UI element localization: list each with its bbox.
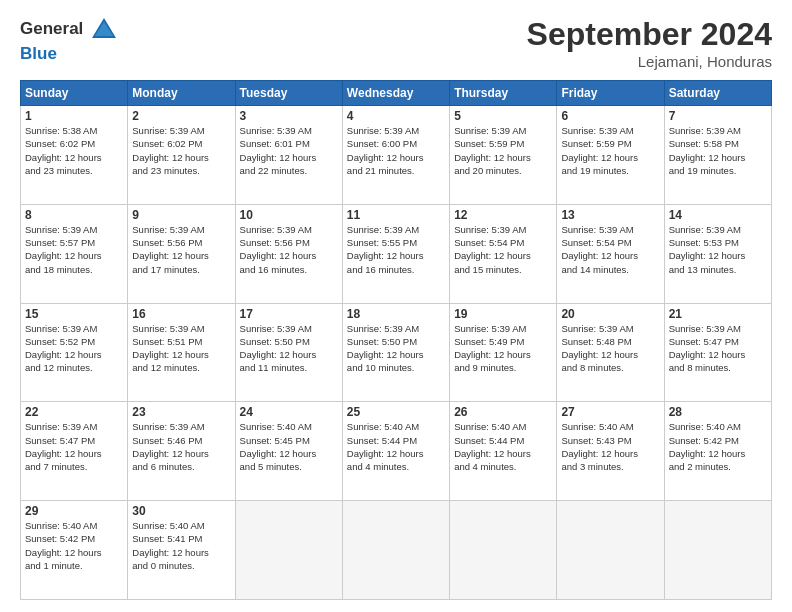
day-number: 19 — [454, 307, 552, 321]
day-number: 9 — [132, 208, 230, 222]
day-info: Sunrise: 5:39 AM Sunset: 5:56 PM Dayligh… — [240, 223, 338, 276]
day-info: Sunrise: 5:39 AM Sunset: 5:54 PM Dayligh… — [454, 223, 552, 276]
day-info: Sunrise: 5:39 AM Sunset: 5:49 PM Dayligh… — [454, 322, 552, 375]
table-row: 29Sunrise: 5:40 AM Sunset: 5:42 PM Dayli… — [21, 501, 128, 600]
day-number: 11 — [347, 208, 445, 222]
table-row: 8Sunrise: 5:39 AM Sunset: 5:57 PM Daylig… — [21, 204, 128, 303]
table-row — [342, 501, 449, 600]
table-row — [664, 501, 771, 600]
day-info: Sunrise: 5:39 AM Sunset: 5:59 PM Dayligh… — [561, 124, 659, 177]
day-number: 12 — [454, 208, 552, 222]
day-number: 29 — [25, 504, 123, 518]
table-row: 4Sunrise: 5:39 AM Sunset: 6:00 PM Daylig… — [342, 106, 449, 205]
day-info: Sunrise: 5:39 AM Sunset: 6:02 PM Dayligh… — [132, 124, 230, 177]
day-number: 28 — [669, 405, 767, 419]
table-row: 18Sunrise: 5:39 AM Sunset: 5:50 PM Dayli… — [342, 303, 449, 402]
day-number: 4 — [347, 109, 445, 123]
day-number: 15 — [25, 307, 123, 321]
day-info: Sunrise: 5:40 AM Sunset: 5:45 PM Dayligh… — [240, 420, 338, 473]
day-info: Sunrise: 5:39 AM Sunset: 5:47 PM Dayligh… — [25, 420, 123, 473]
day-number: 23 — [132, 405, 230, 419]
day-info: Sunrise: 5:39 AM Sunset: 5:56 PM Dayligh… — [132, 223, 230, 276]
col-monday: Monday — [128, 81, 235, 106]
table-row: 28Sunrise: 5:40 AM Sunset: 5:42 PM Dayli… — [664, 402, 771, 501]
col-sunday: Sunday — [21, 81, 128, 106]
table-row: 7Sunrise: 5:39 AM Sunset: 5:58 PM Daylig… — [664, 106, 771, 205]
day-info: Sunrise: 5:39 AM Sunset: 5:54 PM Dayligh… — [561, 223, 659, 276]
day-info: Sunrise: 5:38 AM Sunset: 6:02 PM Dayligh… — [25, 124, 123, 177]
table-row: 26Sunrise: 5:40 AM Sunset: 5:44 PM Dayli… — [450, 402, 557, 501]
day-number: 20 — [561, 307, 659, 321]
day-info: Sunrise: 5:39 AM Sunset: 6:01 PM Dayligh… — [240, 124, 338, 177]
table-row: 5Sunrise: 5:39 AM Sunset: 5:59 PM Daylig… — [450, 106, 557, 205]
table-row: 13Sunrise: 5:39 AM Sunset: 5:54 PM Dayli… — [557, 204, 664, 303]
table-row: 2Sunrise: 5:39 AM Sunset: 6:02 PM Daylig… — [128, 106, 235, 205]
day-info: Sunrise: 5:39 AM Sunset: 5:52 PM Dayligh… — [25, 322, 123, 375]
logo-icon — [90, 16, 118, 44]
day-number: 5 — [454, 109, 552, 123]
day-number: 16 — [132, 307, 230, 321]
day-number: 1 — [25, 109, 123, 123]
calendar-week-row: 8Sunrise: 5:39 AM Sunset: 5:57 PM Daylig… — [21, 204, 772, 303]
day-info: Sunrise: 5:40 AM Sunset: 5:41 PM Dayligh… — [132, 519, 230, 572]
table-row: 24Sunrise: 5:40 AM Sunset: 5:45 PM Dayli… — [235, 402, 342, 501]
logo-general: General — [20, 19, 83, 38]
table-row: 27Sunrise: 5:40 AM Sunset: 5:43 PM Dayli… — [557, 402, 664, 501]
location: Lejamani, Honduras — [527, 53, 772, 70]
table-row: 30Sunrise: 5:40 AM Sunset: 5:41 PM Dayli… — [128, 501, 235, 600]
table-row — [235, 501, 342, 600]
day-info: Sunrise: 5:39 AM Sunset: 5:57 PM Dayligh… — [25, 223, 123, 276]
logo-blue: Blue — [20, 44, 57, 63]
day-number: 30 — [132, 504, 230, 518]
day-info: Sunrise: 5:40 AM Sunset: 5:42 PM Dayligh… — [25, 519, 123, 572]
calendar-week-row: 15Sunrise: 5:39 AM Sunset: 5:52 PM Dayli… — [21, 303, 772, 402]
day-number: 6 — [561, 109, 659, 123]
table-row: 14Sunrise: 5:39 AM Sunset: 5:53 PM Dayli… — [664, 204, 771, 303]
month-title: September 2024 — [527, 16, 772, 53]
day-info: Sunrise: 5:40 AM Sunset: 5:44 PM Dayligh… — [347, 420, 445, 473]
day-number: 8 — [25, 208, 123, 222]
day-info: Sunrise: 5:40 AM Sunset: 5:44 PM Dayligh… — [454, 420, 552, 473]
table-row: 10Sunrise: 5:39 AM Sunset: 5:56 PM Dayli… — [235, 204, 342, 303]
col-thursday: Thursday — [450, 81, 557, 106]
day-info: Sunrise: 5:39 AM Sunset: 5:51 PM Dayligh… — [132, 322, 230, 375]
day-number: 24 — [240, 405, 338, 419]
table-row: 23Sunrise: 5:39 AM Sunset: 5:46 PM Dayli… — [128, 402, 235, 501]
day-number: 10 — [240, 208, 338, 222]
day-number: 17 — [240, 307, 338, 321]
day-info: Sunrise: 5:40 AM Sunset: 5:43 PM Dayligh… — [561, 420, 659, 473]
table-row: 1Sunrise: 5:38 AM Sunset: 6:02 PM Daylig… — [21, 106, 128, 205]
day-info: Sunrise: 5:39 AM Sunset: 5:46 PM Dayligh… — [132, 420, 230, 473]
table-row: 17Sunrise: 5:39 AM Sunset: 5:50 PM Dayli… — [235, 303, 342, 402]
table-row: 9Sunrise: 5:39 AM Sunset: 5:56 PM Daylig… — [128, 204, 235, 303]
day-number: 7 — [669, 109, 767, 123]
calendar-week-row: 22Sunrise: 5:39 AM Sunset: 5:47 PM Dayli… — [21, 402, 772, 501]
day-info: Sunrise: 5:39 AM Sunset: 5:59 PM Dayligh… — [454, 124, 552, 177]
table-row: 15Sunrise: 5:39 AM Sunset: 5:52 PM Dayli… — [21, 303, 128, 402]
table-row: 12Sunrise: 5:39 AM Sunset: 5:54 PM Dayli… — [450, 204, 557, 303]
day-info: Sunrise: 5:39 AM Sunset: 5:58 PM Dayligh… — [669, 124, 767, 177]
page: General Blue September 2024 Lejamani, Ho… — [0, 0, 792, 612]
day-number: 27 — [561, 405, 659, 419]
table-row: 25Sunrise: 5:40 AM Sunset: 5:44 PM Dayli… — [342, 402, 449, 501]
day-info: Sunrise: 5:39 AM Sunset: 5:55 PM Dayligh… — [347, 223, 445, 276]
day-number: 26 — [454, 405, 552, 419]
day-info: Sunrise: 5:39 AM Sunset: 5:50 PM Dayligh… — [347, 322, 445, 375]
calendar-table: Sunday Monday Tuesday Wednesday Thursday… — [20, 80, 772, 600]
col-saturday: Saturday — [664, 81, 771, 106]
table-row: 21Sunrise: 5:39 AM Sunset: 5:47 PM Dayli… — [664, 303, 771, 402]
col-wednesday: Wednesday — [342, 81, 449, 106]
day-info: Sunrise: 5:39 AM Sunset: 5:53 PM Dayligh… — [669, 223, 767, 276]
title-area: September 2024 Lejamani, Honduras — [527, 16, 772, 70]
day-info: Sunrise: 5:39 AM Sunset: 5:48 PM Dayligh… — [561, 322, 659, 375]
calendar-header-row: Sunday Monday Tuesday Wednesday Thursday… — [21, 81, 772, 106]
calendar-week-row: 29Sunrise: 5:40 AM Sunset: 5:42 PM Dayli… — [21, 501, 772, 600]
day-number: 22 — [25, 405, 123, 419]
logo: General Blue — [20, 16, 118, 64]
day-number: 14 — [669, 208, 767, 222]
day-number: 21 — [669, 307, 767, 321]
table-row: 19Sunrise: 5:39 AM Sunset: 5:49 PM Dayli… — [450, 303, 557, 402]
table-row: 16Sunrise: 5:39 AM Sunset: 5:51 PM Dayli… — [128, 303, 235, 402]
day-number: 13 — [561, 208, 659, 222]
table-row: 20Sunrise: 5:39 AM Sunset: 5:48 PM Dayli… — [557, 303, 664, 402]
